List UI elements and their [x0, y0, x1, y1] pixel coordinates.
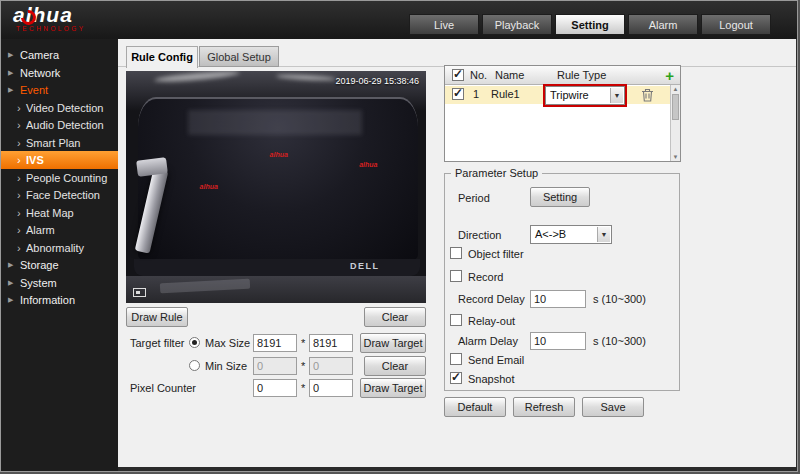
relay-out-label: Relay-out: [468, 315, 515, 327]
min-size-radio[interactable]: [189, 360, 200, 371]
sidebar-item-network[interactable]: ▶ Network: [1, 64, 118, 82]
scrollbar-thumb[interactable]: [672, 94, 679, 120]
period-label: Period: [458, 192, 490, 204]
sidebar-item-system[interactable]: ▶ System: [1, 274, 118, 292]
max-size-label: Max Size: [205, 337, 250, 349]
chevron-down-icon: ▼: [597, 227, 610, 242]
select-all-checkbox[interactable]: [452, 69, 464, 81]
draw-target-pixel-button[interactable]: Draw Target: [360, 378, 426, 398]
monitor-brand-label: DELL: [350, 261, 380, 271]
pixel-counter-width-input[interactable]: [253, 379, 297, 397]
clear-target-button[interactable]: Clear: [364, 356, 426, 376]
triangle-right-icon: ▶: [8, 256, 13, 274]
rule-table: No. Name Rule Type + 1 Rule1 Tripwire ▼ …: [444, 65, 681, 162]
min-size-height-input: [309, 357, 353, 375]
send-email-label: Send Email: [468, 354, 524, 366]
record-label: Record: [468, 271, 503, 283]
sidebar-item-camera[interactable]: ▶ Camera: [1, 46, 118, 64]
dahua-logo: alhua TECHNOLOGY: [13, 4, 86, 32]
triangle-right-icon: ▶: [8, 274, 13, 292]
snapshot-checkbox[interactable]: [450, 372, 462, 384]
period-setting-button[interactable]: Setting: [530, 187, 590, 207]
draw-target-max-button[interactable]: Draw Target: [360, 333, 426, 353]
rule-table-header: No. Name Rule Type +: [445, 66, 680, 85]
clear-rule-button[interactable]: Clear: [364, 307, 426, 327]
sidebar-item-storage[interactable]: ▶ Storage: [1, 256, 118, 274]
rule-list-scrollbar[interactable]: ▲ ▼: [670, 85, 680, 161]
max-size-height-input[interactable]: [309, 334, 353, 352]
max-size-radio[interactable]: [189, 337, 200, 348]
record-delay-unit: s (10~300): [593, 293, 646, 305]
alarm-delay-label: Alarm Delay: [458, 335, 518, 347]
nav-logout-button[interactable]: Logout: [701, 14, 771, 35]
column-no: No.: [470, 69, 487, 81]
triangle-right-icon: ▶: [8, 81, 13, 99]
alarm-delay-input[interactable]: [530, 332, 586, 350]
video-scale-icon: [133, 288, 146, 297]
chevron-right-icon: ›: [17, 134, 21, 152]
record-checkbox[interactable]: [450, 270, 462, 282]
refresh-button[interactable]: Refresh: [513, 397, 575, 417]
chevron-right-icon: ›: [17, 151, 21, 169]
object-filter-checkbox[interactable]: [450, 247, 462, 259]
alarm-delay-unit: s (10~300): [593, 335, 646, 347]
rule-row[interactable]: 1 Rule1 Tripwire ▼: [445, 86, 671, 104]
dahua-watermark: alhua: [359, 161, 377, 168]
object-filter-label: Object filter: [468, 248, 524, 260]
video-timestamp: 2019-06-29 15:38:46: [335, 76, 419, 86]
top-navigation: Live Playback Setting Alarm Logout: [409, 14, 771, 35]
tab-rule-config[interactable]: Rule Config: [126, 46, 198, 68]
sidebar: ▶ Camera ▶ Network ▶ Event › Video Detec…: [1, 39, 118, 472]
sidebar-item-face-detection[interactable]: › Face Detection: [1, 186, 118, 204]
video-preview[interactable]: alhua alhua alhua DELL 2019-06-29 15:38:…: [126, 71, 426, 303]
nav-live-button[interactable]: Live: [409, 14, 479, 35]
nav-setting-button[interactable]: Setting: [555, 14, 625, 35]
default-button[interactable]: Default: [444, 397, 506, 417]
logo-subtext: TECHNOLOGY: [16, 25, 86, 32]
rule-name-cell: Rule1: [491, 88, 520, 100]
min-size-width-input: [253, 357, 297, 375]
send-email-checkbox[interactable]: [450, 353, 462, 365]
triangle-right-icon: ▶: [8, 64, 13, 82]
sidebar-item-event[interactable]: ▶ Event: [1, 81, 118, 99]
sidebar-item-information[interactable]: ▶ Information: [1, 291, 118, 309]
rule-checkbox[interactable]: [452, 88, 464, 100]
triangle-right-icon: ▶: [8, 46, 13, 64]
nav-playback-button[interactable]: Playback: [482, 14, 552, 35]
sidebar-item-abnormality[interactable]: › Abnormality: [1, 239, 118, 257]
chevron-right-icon: ›: [17, 169, 21, 187]
scroll-down-icon[interactable]: ▼: [671, 154, 680, 160]
record-delay-label: Record Delay: [458, 293, 525, 305]
sidebar-item-video-detection[interactable]: › Video Detection: [1, 99, 118, 117]
snapshot-label: Snapshot: [468, 373, 514, 385]
chevron-right-icon: ›: [17, 204, 21, 222]
save-button[interactable]: Save: [582, 397, 644, 417]
direction-label: Direction: [458, 229, 501, 241]
pixel-counter-height-input[interactable]: [309, 379, 353, 397]
record-delay-input[interactable]: [530, 290, 586, 308]
sidebar-item-people-counting[interactable]: › People Counting: [1, 169, 118, 187]
draw-rule-button[interactable]: Draw Rule: [126, 307, 188, 327]
nav-alarm-button[interactable]: Alarm: [628, 14, 698, 35]
relay-out-checkbox[interactable]: [450, 314, 462, 326]
tab-global-setup[interactable]: Global Setup: [199, 46, 279, 67]
sidebar-item-audio-detection[interactable]: › Audio Detection: [1, 116, 118, 134]
target-filter-label: Target filter: [130, 337, 184, 349]
delete-rule-icon[interactable]: [641, 88, 654, 102]
dahua-watermark: alhua: [270, 151, 288, 158]
sidebar-item-smart-plan[interactable]: › Smart Plan: [1, 134, 118, 152]
screen-glow: [188, 110, 362, 134]
direction-select[interactable]: A<->B ▼: [530, 225, 612, 244]
rule-type-select[interactable]: Tripwire ▼: [545, 86, 625, 105]
parameter-setup-title: Parameter Setup: [451, 167, 542, 179]
asterisk-separator: *: [301, 382, 305, 394]
sidebar-item-alarm[interactable]: › Alarm: [1, 221, 118, 239]
add-rule-icon[interactable]: +: [665, 67, 674, 84]
sidebar-item-heat-map[interactable]: › Heat Map: [1, 204, 118, 222]
scroll-up-icon[interactable]: ▲: [671, 86, 680, 92]
monitor-screen: alhua alhua alhua: [138, 97, 418, 261]
max-size-width-input[interactable]: [253, 334, 297, 352]
rule-no-cell: 1: [473, 88, 479, 100]
sidebar-item-ivs[interactable]: › IVS: [1, 151, 118, 169]
triangle-right-icon: ▶: [8, 291, 13, 309]
